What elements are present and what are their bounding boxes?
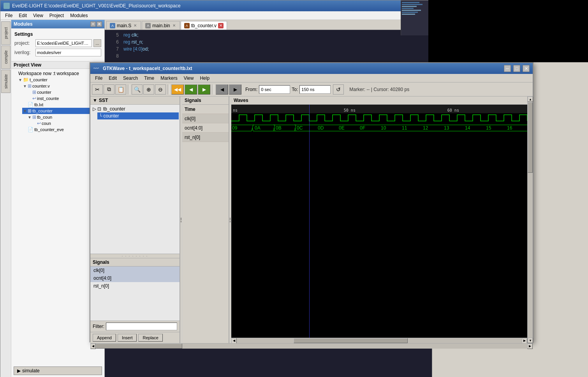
tab-label-main-s: main.S: [117, 23, 131, 28]
sst-sig-rstn[interactable]: rst_n[0]: [90, 282, 180, 290]
filter-area: Filter:: [90, 321, 180, 332]
menu-modules[interactable]: Modules: [67, 12, 91, 19]
signals-panel-header: Signals: [182, 96, 229, 105]
gtkwave-scroll-left-btn[interactable]: ◀: [90, 344, 96, 349]
to-input[interactable]: [299, 85, 331, 94]
gtkwave-menu-search[interactable]: Search: [120, 75, 141, 81]
gtkwave-close-btn[interactable]: ✕: [523, 65, 530, 72]
tab-tb-counter-v[interactable]: A tb_counter.v ✕: [181, 21, 227, 30]
gtkwave-maximize-btn[interactable]: □: [513, 65, 520, 72]
tab-close-tb-counter[interactable]: ✕: [218, 23, 224, 28]
toolbar-zoom-out-btn[interactable]: ⊖: [155, 84, 166, 95]
toolbar-nav1-btn[interactable]: ◀◀: [171, 84, 184, 95]
sst-tb-counter-label: tb_counter: [103, 106, 125, 112]
replace-btn[interactable]: Replace: [138, 334, 162, 342]
svg-line-15: [274, 128, 275, 131]
toolbar-sep1: [128, 84, 130, 95]
sidebar-compile-btn[interactable]: compile: [1, 46, 11, 69]
insert-btn[interactable]: Insert: [118, 334, 137, 342]
waves-outer: Waves ns 50 ns 60 ns: [231, 96, 527, 343]
sst-item-counter[interactable]: └ counter: [97, 112, 179, 119]
toolbar-nav3-btn[interactable]: ▶: [198, 84, 210, 95]
gtkwave-title-bar: 〰 GTKWave - t_workspace\t_counter/tb.lxt…: [90, 63, 533, 74]
sst-sig-ocnt[interactable]: ocnt[4:0]: [90, 274, 180, 282]
sidebar-project-btn[interactable]: project: [1, 21, 11, 45]
scroll-left-btn[interactable]: ◀: [231, 338, 237, 344]
toolbar-copy-btn[interactable]: ⧉: [104, 84, 114, 95]
scroll-thumb[interactable]: [294, 338, 408, 343]
signal-row-time: Time: [182, 105, 229, 114]
toolbar-cut-btn[interactable]: ✂: [92, 84, 103, 95]
toolbar-fwd-btn[interactable]: ▶: [229, 84, 241, 95]
gtkwave-scroll-thumb[interactable]: [96, 344, 182, 349]
wave-ruler: ns 50 ns 60 ns: [231, 105, 527, 113]
sst-module-icon: ▷: [93, 106, 96, 112]
black-area-top-right: [428, 0, 588, 62]
tab-close-main-bin[interactable]: ✕: [172, 23, 176, 28]
tab-bar: A main.S ✕ A main.bin ✕ A tb_counter.v ✕: [105, 20, 432, 30]
gtkwave-menu-markers[interactable]: Markers: [157, 75, 180, 81]
gtkwave-menu-view[interactable]: View: [181, 75, 197, 81]
sst-sig-clk[interactable]: clk[0]: [90, 267, 180, 274]
toolbar-refresh-btn[interactable]: ↺: [333, 84, 344, 95]
menu-view[interactable]: View: [30, 12, 46, 19]
from-label: From:: [245, 87, 257, 92]
toolbar-zoom-in-btn[interactable]: ⊕: [143, 84, 154, 95]
gtkwave-menu-bar: File Edit Search Time Markers View Help: [90, 74, 533, 82]
waves-h-scrollbar[interactable]: ◀ ▶: [231, 338, 527, 343]
sst-resizer[interactable]: · · · · · · · ·: [90, 254, 180, 258]
gtkwave-menu-time[interactable]: Time: [141, 75, 157, 81]
filter-input[interactable]: [106, 323, 177, 330]
sst-panel: ▼ SST ▷ ⊡ tb_counter └ counter · · · · ·…: [90, 96, 180, 343]
gtkwave-menu-help[interactable]: Help: [197, 75, 213, 81]
ruler-60ns: 60 ns: [447, 108, 459, 112]
gtkwave-minimize-btn[interactable]: ─: [504, 65, 511, 72]
gtkwave-menu-edit[interactable]: Edit: [106, 75, 120, 81]
settings-iverilog-input[interactable]: [35, 49, 101, 56]
sst-item-tb-counter[interactable]: ▷ ⊡ tb_counter: [91, 105, 179, 112]
component-icon: ⊞: [32, 89, 36, 95]
gtkwave-bottom-scrollbar[interactable]: ◀ ▶: [90, 343, 533, 349]
scroll-down-btn[interactable]: ▼: [528, 338, 533, 343]
toolbar-back-btn[interactable]: ◀: [216, 84, 228, 95]
settings-iverilog-label: iverilog:: [14, 50, 34, 55]
tab-close-main-s[interactable]: ✕: [133, 23, 137, 28]
tab-main-s[interactable]: A main.S ✕: [106, 21, 141, 30]
minimap-preview: [401, 30, 432, 35]
svg-text:12: 12: [423, 125, 428, 131]
simulate-button[interactable]: ▶ simulate: [14, 366, 102, 375]
toolbar-zoom-fit-btn[interactable]: 🔍: [132, 84, 143, 95]
cursor-line: [309, 105, 310, 338]
scroll-right-btn[interactable]: ▶: [522, 338, 527, 344]
from-input[interactable]: [259, 85, 290, 94]
waves-header: Waves: [231, 96, 527, 105]
gtkwave-v-scrollbar: ▲ ▼: [527, 96, 533, 343]
gtkwave-toolbar: ✂ ⧉ 📋 🔍 ⊕ ⊖ ◀◀ ◀ ▶ ◀ ▶ From: To: ↺ Marke…: [90, 82, 533, 96]
waves-canvas[interactable]: ns 50 ns 60 ns: [231, 105, 527, 338]
svg-text:16: 16: [507, 125, 512, 131]
settings-project-browse-btn[interactable]: …: [93, 39, 101, 47]
settings-project-input[interactable]: [35, 39, 92, 47]
toolbar-nav2-btn[interactable]: ◀: [185, 84, 197, 95]
svg-text:0A: 0A: [255, 125, 261, 131]
toolbar-paste-btn[interactable]: 📋: [115, 84, 126, 95]
sidebar-simulate-btn[interactable]: simulate: [1, 70, 11, 93]
svg-line-4: [252, 125, 253, 128]
gtkwave-menu-file[interactable]: File: [92, 75, 106, 81]
append-btn[interactable]: Append: [93, 334, 116, 342]
settings-project-label: project:: [14, 40, 34, 46]
gtkwave-window: 〰 GTKWave - t_workspace\t_counter/tb.lxt…: [90, 62, 533, 342]
tab-icon-main-s: A: [110, 23, 115, 28]
v-scroll-thumb[interactable]: [528, 102, 533, 173]
scroll-up-btn[interactable]: ▲: [528, 96, 533, 102]
sst-signals-list: Signals clk[0] ocnt[4:0] rst_n[0]: [90, 258, 180, 321]
menu-file[interactable]: File: [2, 12, 16, 19]
menu-edit[interactable]: Edit: [16, 12, 30, 19]
sst-v-resizer[interactable]: [441, 117, 443, 318]
gtkwave-scroll-right-btn[interactable]: ▶: [527, 344, 533, 349]
menu-project[interactable]: Project: [46, 12, 67, 19]
settings-area: Settings project: … iverilog:: [11, 28, 104, 61]
tab-main-bin[interactable]: A main.bin ✕: [142, 21, 180, 30]
panel-close-btn[interactable]: ✕: [97, 21, 102, 27]
panel-pin-btn[interactable]: =: [90, 21, 96, 27]
